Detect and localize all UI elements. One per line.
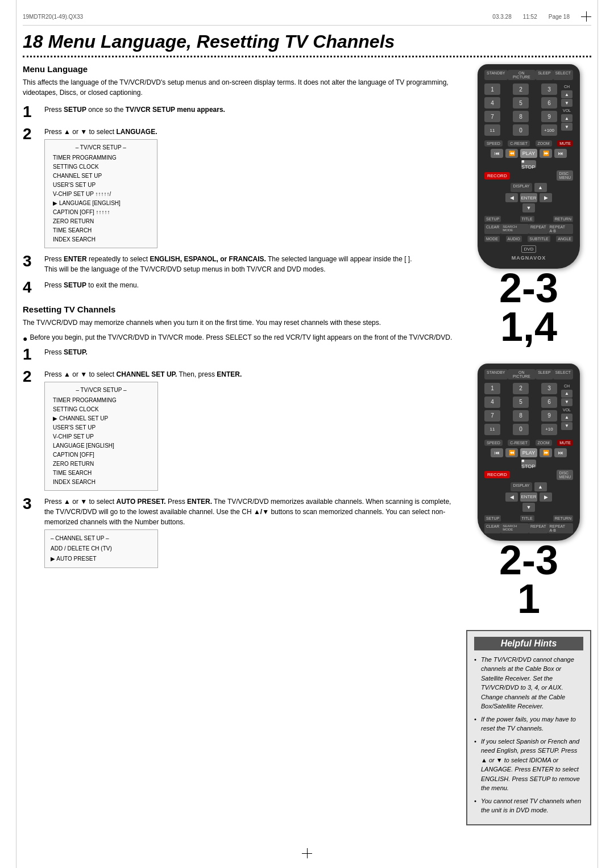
btn-0[interactable]: 0	[513, 124, 529, 136]
btn-4[interactable]: 4	[484, 97, 500, 108]
nav-up[interactable]: ▲	[534, 183, 547, 192]
disc-menu-btn[interactable]: DISCMENU	[557, 170, 573, 181]
setup-btn-1[interactable]: SETUP	[484, 216, 501, 222]
nav-down-2[interactable]: ▼	[522, 503, 535, 512]
return-btn-2[interactable]: RETURN	[553, 515, 573, 521]
c-reset-btn-2[interactable]: C-RESET	[508, 440, 530, 446]
btn-1[interactable]: 1	[484, 84, 500, 95]
btn-9[interactable]: 9	[541, 111, 557, 122]
btn-3-2[interactable]: 3	[541, 383, 557, 394]
return-btn[interactable]: RETURN	[553, 216, 573, 222]
next-btn[interactable]: ⏭	[554, 149, 567, 158]
zoom-btn-2[interactable]: ZOOM	[536, 440, 552, 446]
btn-1-2[interactable]: 1	[484, 383, 500, 394]
record-btn-2[interactable]: RECORD	[484, 471, 510, 478]
prev-btn-2[interactable]: ⏮	[491, 448, 503, 457]
btn-6-2[interactable]: 6	[541, 397, 557, 408]
angle-btn[interactable]: ANGLE	[556, 236, 573, 242]
resetting-section: Resetting TV Channels The TV/VCR/DVD may…	[23, 304, 455, 568]
display-btn[interactable]: DISPLAY	[511, 183, 532, 192]
repeat-ab-btn-1[interactable]: REPEAT A·B	[548, 224, 573, 234]
enter-btn[interactable]: ENTER	[520, 193, 537, 202]
btn-3[interactable]: 3	[541, 84, 557, 95]
sleep-btn-2[interactable]: SLEEP	[536, 369, 553, 379]
zoom-btn[interactable]: ZOOM	[536, 140, 552, 147]
setup-btn-2[interactable]: SETUP	[484, 515, 501, 521]
btn-6[interactable]: 6	[541, 97, 557, 108]
ch-up[interactable]: ▲	[561, 90, 572, 98]
repeat-btn-1[interactable]: REPEAT	[529, 224, 548, 234]
ch-down-2[interactable]: ▼	[561, 398, 572, 406]
disc-menu-btn-2[interactable]: DISCMENU	[557, 470, 573, 480]
clear-btn-2[interactable]: CLEAR	[484, 523, 501, 533]
speed-btn-2[interactable]: SPEED	[484, 440, 503, 446]
ch-up-2[interactable]: ▲	[561, 390, 572, 398]
btn-9-2[interactable]: 9	[541, 410, 557, 422]
nav-left[interactable]: ◀	[505, 193, 518, 202]
vol-down[interactable]: ▼	[561, 123, 572, 131]
play-btn[interactable]: PLAY	[520, 149, 537, 158]
select-btn[interactable]: SELECT	[553, 70, 573, 80]
nav-left-2[interactable]: ◀	[505, 493, 518, 502]
btn-8[interactable]: 8	[513, 111, 529, 122]
nav-up-2[interactable]: ▲	[534, 482, 547, 491]
btn-5-2[interactable]: 5	[513, 397, 529, 408]
play-btn-2[interactable]: PLAY	[520, 448, 537, 457]
vol-up[interactable]: ▲	[561, 114, 572, 122]
btn-0-2[interactable]: 0	[513, 424, 529, 435]
mode-btn[interactable]: MODE	[484, 236, 500, 242]
on-picture-btn[interactable]: ON PICTURE	[508, 70, 536, 80]
ff-btn[interactable]: ⏩	[540, 149, 552, 158]
search-mode-btn-2[interactable]: SEARCH MODE	[501, 523, 529, 533]
nav-area: DISPLAY ▲ ◀ ENTER ▶ ▼	[484, 183, 573, 214]
btn-2[interactable]: 2	[513, 84, 529, 95]
standby-btn-2[interactable]: STANDBY	[484, 369, 508, 379]
nav-right-2[interactable]: ▶	[540, 493, 552, 502]
dvd-badge: DVD	[521, 245, 537, 253]
stop-btn-2[interactable]: ■ STOP	[521, 460, 536, 468]
on-picture-btn-2[interactable]: ON PICTURE	[508, 369, 536, 379]
ch-down[interactable]: ▼	[561, 99, 572, 107]
vol-up-2[interactable]: ▲	[561, 414, 572, 422]
standby-btn[interactable]: STANDBY	[484, 70, 508, 80]
btn-5[interactable]: 5	[513, 97, 529, 108]
c-reset-btn[interactable]: C-RESET	[508, 140, 530, 147]
btn-11[interactable]: 11	[484, 124, 500, 136]
num-row-2-1: 1 2 3	[484, 383, 557, 394]
rew-btn-2[interactable]: ⏪	[505, 448, 518, 457]
speed-btn[interactable]: SPEED	[484, 140, 503, 147]
repeat-ab-btn-2[interactable]: REPEAT A·B	[548, 523, 573, 533]
btn-4-2[interactable]: 4	[484, 397, 500, 408]
record-btn[interactable]: RECORD	[484, 172, 510, 180]
btn-7-2[interactable]: 7	[484, 410, 500, 422]
nav-down[interactable]: ▼	[522, 203, 535, 212]
repeat-btn-2[interactable]: REPEAT	[529, 523, 548, 533]
prev-btn[interactable]: ⏮	[491, 149, 503, 158]
nav-right[interactable]: ▶	[540, 193, 552, 202]
btn-7[interactable]: 7	[484, 111, 500, 122]
next-btn-2[interactable]: ⏭	[554, 448, 567, 457]
hint-3-text: If you select Spanish or French and need…	[481, 738, 580, 792]
vol-down-2[interactable]: ▼	[561, 422, 572, 430]
title-btn[interactable]: TITLE	[520, 216, 534, 222]
select-btn-2[interactable]: SELECT	[553, 369, 573, 379]
subtitle-btn[interactable]: SUBTITLE	[528, 236, 550, 242]
audio-btn[interactable]: AUDIO	[506, 236, 522, 242]
enter-btn-2[interactable]: ENTER	[520, 493, 537, 502]
btn-11-2[interactable]: 11	[484, 424, 500, 435]
btn-plus100[interactable]: +100	[541, 124, 557, 136]
ff-btn-2[interactable]: ⏩	[540, 448, 552, 457]
search-mode-btn[interactable]: SEARCH MODE	[501, 224, 529, 234]
clear-btn-1[interactable]: CLEAR	[484, 224, 501, 234]
btn-2-2[interactable]: 2	[513, 383, 529, 394]
sleep-btn[interactable]: SLEEP	[536, 70, 553, 80]
remote-1-container: STANDBY ON PICTURE SLEEP SELECT 1 2 3	[466, 64, 591, 352]
title-btn-2[interactable]: TITLE	[520, 515, 534, 521]
mute-btn-2[interactable]: MUTE	[557, 440, 573, 446]
mute-btn[interactable]: MUTE	[557, 140, 573, 147]
rew-btn[interactable]: ⏪	[505, 149, 518, 158]
btn-plus100-2[interactable]: +10	[541, 424, 557, 435]
btn-8-2[interactable]: 8	[513, 410, 529, 422]
display-btn-2[interactable]: DISPLAY	[511, 482, 532, 491]
stop-btn[interactable]: ■ STOP	[521, 160, 536, 168]
